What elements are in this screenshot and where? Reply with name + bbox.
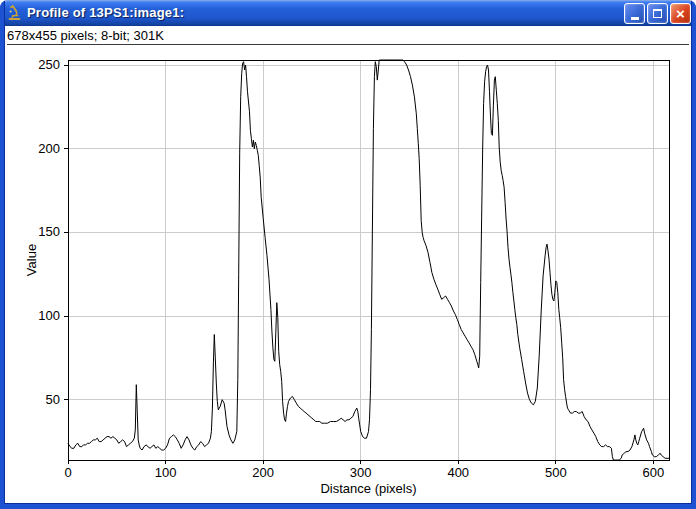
x-tick-label: 400 xyxy=(447,465,469,480)
x-tick-label: 100 xyxy=(155,465,177,480)
x-tick-label: 600 xyxy=(643,465,665,480)
y-tick-label: 200 xyxy=(38,141,60,156)
y-tick-label: 100 xyxy=(38,308,60,323)
x-tick-label: 300 xyxy=(350,465,372,480)
profile-plot: 010020030040050060050100150200250Distanc… xyxy=(0,0,696,509)
y-axis-label: Value xyxy=(24,244,39,276)
plot-window: 010020030040050060050100150200250Distanc… xyxy=(0,0,696,509)
x-tick-label: 500 xyxy=(545,465,567,480)
y-tick-label: 150 xyxy=(38,224,60,239)
y-tick-label: 250 xyxy=(38,57,60,72)
y-tick-label: 50 xyxy=(46,392,60,407)
x-tick-label: 200 xyxy=(252,465,274,480)
x-axis-label: Distance (pixels) xyxy=(320,481,416,496)
x-tick-label: 0 xyxy=(64,465,71,480)
